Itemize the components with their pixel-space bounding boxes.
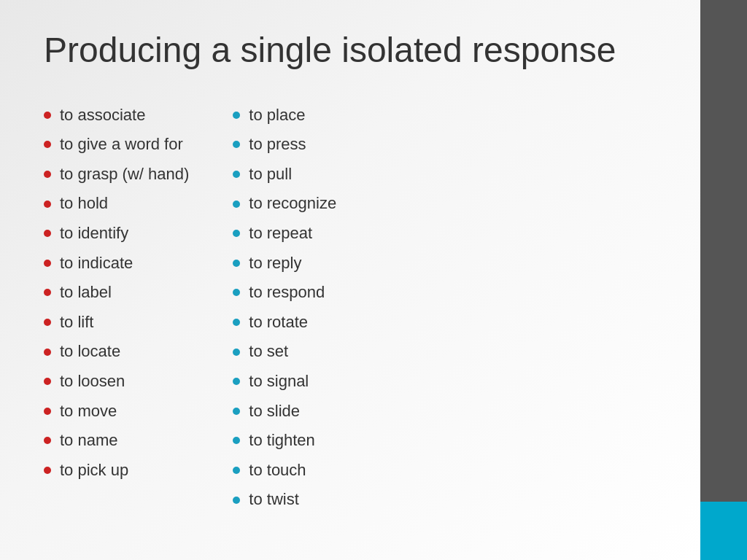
- list-item: to repeat: [233, 219, 336, 249]
- list-item: to loosen: [44, 367, 189, 397]
- bullet-icon: [233, 467, 240, 474]
- bullet-icon: [44, 171, 51, 178]
- list-item: to respond: [233, 278, 336, 308]
- list-item: to recognize: [233, 189, 336, 219]
- list-item: to press: [233, 130, 336, 160]
- list-item: to slide: [233, 397, 336, 427]
- list-item: to pick up: [44, 456, 189, 486]
- bullet-icon: [44, 201, 51, 208]
- list-item-text: to press: [249, 134, 306, 155]
- list-item: to give a word for: [44, 130, 189, 160]
- list-item: to locate: [44, 337, 189, 367]
- bullet-icon: [233, 201, 240, 208]
- list-item-text: to signal: [249, 371, 309, 392]
- bullet-icon: [233, 349, 240, 356]
- list-item: to lift: [44, 308, 189, 338]
- list-item-text: to recognize: [249, 193, 336, 214]
- bullet-icon: [44, 319, 51, 326]
- list-item-text: to tighten: [249, 430, 315, 451]
- bullet-icon: [233, 260, 240, 267]
- list-item: to rotate: [233, 308, 336, 338]
- bullet-icon: [44, 260, 51, 267]
- list-item: to label: [44, 278, 189, 308]
- list-item-text: to grasp (w/ hand): [60, 164, 189, 185]
- list-item: to place: [233, 101, 336, 131]
- list-item-text: to identify: [60, 223, 128, 244]
- bullet-icon: [233, 408, 240, 415]
- bullet-icon: [233, 230, 240, 237]
- bullet-icon: [44, 230, 51, 237]
- list-item-text: to loosen: [60, 371, 125, 392]
- bullet-icon: [44, 378, 51, 385]
- bullet-icon: [44, 289, 51, 296]
- bullet-icon: [233, 319, 240, 326]
- list-item-text: to repeat: [249, 223, 312, 244]
- content-area: to associateto give a word forto grasp (…: [44, 101, 657, 531]
- slide-title: Producing a single isolated response: [44, 29, 657, 71]
- list-item-text: to locate: [60, 341, 120, 362]
- right-sidebar: [700, 0, 747, 560]
- list-item-text: to lift: [60, 312, 93, 333]
- left-column: to associateto give a word forto grasp (…: [44, 101, 189, 531]
- list-item-text: to pull: [249, 164, 292, 185]
- bullet-icon: [233, 378, 240, 385]
- list-item-text: to set: [249, 341, 288, 362]
- list-item-text: to respond: [249, 282, 325, 303]
- bullet-icon: [44, 349, 51, 356]
- list-item-text: to hold: [60, 193, 108, 214]
- list-item-text: to reply: [249, 253, 301, 274]
- bullet-icon: [233, 112, 240, 119]
- list-item: to move: [44, 397, 189, 427]
- bullet-icon: [44, 112, 51, 119]
- list-item-text: to name: [60, 430, 118, 451]
- bullet-icon: [44, 408, 51, 415]
- list-item: to hold: [44, 189, 189, 219]
- list-item: to pull: [233, 160, 336, 190]
- list-item: to touch: [233, 456, 336, 486]
- bullet-icon: [44, 467, 51, 474]
- list-item-text: to twist: [249, 489, 298, 510]
- list-item: to associate: [44, 101, 189, 131]
- list-item: to tighten: [233, 426, 336, 456]
- list-item: to grasp (w/ hand): [44, 160, 189, 190]
- right-column: to placeto pressto pullto recognizeto re…: [233, 101, 336, 531]
- bullet-icon: [233, 437, 240, 444]
- bullet-icon: [233, 141, 240, 148]
- slide: Producing a single isolated response to …: [0, 0, 700, 560]
- list-item: to twist: [233, 485, 336, 515]
- list-item-text: to touch: [249, 460, 306, 481]
- list-item: to set: [233, 337, 336, 367]
- list-item-text: to rotate: [249, 312, 308, 333]
- list-item: to indicate: [44, 249, 189, 279]
- bullet-icon: [233, 171, 240, 178]
- bullet-icon: [44, 437, 51, 444]
- list-item-text: to pick up: [60, 460, 128, 481]
- list-item-text: to slide: [249, 401, 300, 422]
- list-item: to name: [44, 426, 189, 456]
- list-item-text: to move: [60, 401, 117, 422]
- list-item: to identify: [44, 219, 189, 249]
- bullet-icon: [233, 289, 240, 296]
- list-item: to signal: [233, 367, 336, 397]
- list-item-text: to place: [249, 105, 305, 126]
- bullet-icon: [44, 141, 51, 148]
- list-item: to reply: [233, 249, 336, 279]
- bullet-icon: [233, 497, 240, 504]
- sidebar-accent-block: [700, 502, 747, 560]
- list-item-text: to label: [60, 282, 112, 303]
- list-item-text: to associate: [60, 105, 145, 126]
- list-item-text: to give a word for: [60, 134, 183, 155]
- list-item-text: to indicate: [60, 253, 133, 274]
